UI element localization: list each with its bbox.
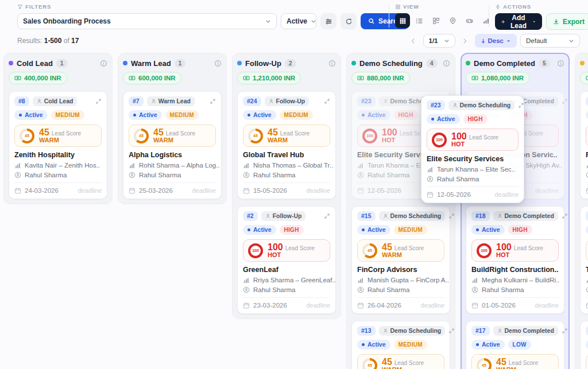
lead-card[interactable]: #6 Active 45 45Lead Score WARM Me	[580, 321, 588, 369]
priority-badge: HIGH	[394, 110, 418, 120]
deadline-date: 26-04-2026	[357, 302, 401, 309]
refresh-button[interactable]	[341, 13, 357, 29]
column-info-button[interactable]	[214, 60, 222, 67]
group-select[interactable]: Default	[520, 34, 580, 48]
lead-score-label: Lead Score	[394, 245, 424, 251]
column-count-badge: 1	[56, 59, 68, 68]
person-icon	[269, 99, 274, 104]
owner-icon	[471, 286, 478, 293]
deadline-label: deadline	[535, 187, 559, 194]
lead-score-gauge: 45	[477, 358, 492, 369]
lead-score-value: 45	[39, 128, 49, 137]
column-info-button[interactable]	[443, 60, 450, 67]
lead-card[interactable]: #17 Demo Completed Active LOW 45 45Lead …	[466, 321, 564, 369]
export-button[interactable]: Export	[546, 13, 588, 30]
expand-card-button[interactable]	[518, 102, 524, 108]
lead-temperature: WARM	[382, 366, 424, 369]
column-header: Follow-Up 2	[237, 58, 336, 68]
view-grid-button[interactable]	[395, 13, 410, 28]
company-icon	[129, 162, 136, 169]
lead-score-label: Lead Score	[394, 360, 424, 366]
priority-badge: MEDIUM	[280, 110, 313, 120]
calendar-icon	[243, 187, 250, 194]
chevron-down-icon	[311, 18, 316, 24]
list-icon	[416, 17, 423, 25]
lead-score-label: Lead Score	[509, 360, 538, 366]
owner-icon	[243, 172, 250, 178]
company-name: Alpha Logistics	[129, 151, 216, 159]
owner-row: Rahul Sharma	[471, 286, 559, 293]
advanced-filters-button[interactable]	[320, 13, 336, 29]
sort-order-button[interactable]: Desc	[475, 34, 517, 48]
expand-card-button[interactable]	[210, 98, 216, 104]
page-select[interactable]: 1/1	[423, 34, 455, 48]
money-icon	[357, 75, 364, 81]
view-kanban-button[interactable]	[428, 13, 443, 28]
lead-card[interactable]: #7 Warm Lead Active MEDIUM 45 45Lead Sco…	[123, 91, 222, 199]
company-icon	[586, 277, 588, 283]
stage-badge: Follow-Up	[265, 96, 310, 106]
expand-icon	[562, 98, 568, 104]
view-chart-button[interactable]	[478, 13, 493, 28]
calendar-icon	[586, 302, 588, 309]
status-dot	[19, 114, 22, 116]
status-dot	[362, 228, 365, 231]
expand-card-button[interactable]	[562, 98, 568, 104]
card-footer: 25-03-2026 deadline	[129, 182, 216, 194]
expand-card-button[interactable]	[448, 213, 455, 219]
lead-temperature: WARM	[39, 137, 81, 143]
lead-card[interactable]: #9 Active 45 45Lead Score WARM Tec	[580, 206, 588, 314]
view-map-button[interactable]	[445, 13, 460, 28]
expand-card-button[interactable]	[324, 98, 330, 104]
card-footer	[586, 297, 588, 309]
drag-overlay-card[interactable]: #23 Demo Scheduling Active HIGH 100 100L…	[421, 95, 524, 203]
company-icon	[14, 162, 21, 169]
lead-score-value: 100	[496, 243, 512, 251]
expand-card-button[interactable]	[324, 213, 330, 219]
prev-page-button[interactable]	[407, 34, 420, 47]
process-select[interactable]: Sales Onboarding Process	[17, 13, 277, 29]
owner-row: Rahul Sharma	[14, 172, 102, 178]
gamepad-icon	[466, 17, 473, 25]
lead-temperature: HOT	[268, 251, 315, 258]
stage-badge: Warm Lead	[147, 96, 195, 106]
lead-score-gauge: 100	[477, 243, 492, 258]
kanban-icon	[432, 17, 440, 25]
owner-icon	[427, 176, 434, 182]
lead-card[interactable]: #2 Follow-Up Active HIGH 100 100Lead Sco…	[237, 206, 336, 314]
lead-card[interactable]: #24 Follow-Up Active MEDIUM 45 45Lead Sc…	[237, 91, 336, 199]
company-name: GreenLeaf	[243, 266, 330, 274]
chevron-down-icon	[506, 38, 511, 44]
column-count-badge: 2	[285, 59, 296, 68]
priority-badge: MEDIUM	[394, 225, 427, 235]
info-icon	[443, 60, 450, 67]
expand-card-button[interactable]	[448, 328, 455, 334]
lead-card[interactable]: #8 Cold Lead Active MEDIUM 45 45Lead Sco…	[9, 91, 107, 199]
column-info-button[interactable]	[100, 60, 107, 67]
add-lead-button[interactable]: Add Lead	[495, 13, 542, 30]
company-name: Elite Security Services	[427, 155, 519, 163]
lead-card[interactable]: #23 Demo Scheduling Active HIGH 100 100L…	[421, 95, 524, 203]
company-name: Global Travel Hub	[243, 151, 330, 159]
lead-card[interactable]: #15 Demo Scheduling Active MEDIUM 45 45L…	[351, 206, 450, 314]
chevron-right-icon	[462, 38, 468, 44]
next-page-button[interactable]	[459, 34, 471, 47]
view-list-button[interactable]	[412, 13, 427, 28]
card-footer: 26-04-2026 deadline	[357, 297, 444, 309]
status-filter-select[interactable]: Active	[281, 13, 316, 29]
status-dot	[476, 228, 479, 231]
column-info-button[interactable]	[557, 60, 564, 67]
company-name: Zenith Hospitality	[14, 151, 102, 159]
lead-score-label: Lead Score	[280, 130, 310, 137]
owner-icon	[357, 286, 364, 293]
lead-card[interactable]: #18 Demo Completed Active HIGH 100 100Le…	[466, 206, 564, 314]
expand-card-button[interactable]	[562, 328, 568, 334]
lead-card[interactable]: #2 Active 100 100Lead Score HOT Fit	[580, 91, 588, 199]
deadline-label: deadline	[535, 302, 559, 309]
expand-card-button[interactable]	[562, 213, 568, 219]
view-gamepad-button[interactable]	[462, 13, 477, 28]
column-info-button[interactable]	[328, 60, 336, 67]
expand-icon	[95, 98, 102, 104]
lead-card[interactable]: #13 Demo Scheduling Active MEDIUM 45 45L…	[351, 321, 450, 369]
expand-card-button[interactable]	[95, 98, 102, 104]
